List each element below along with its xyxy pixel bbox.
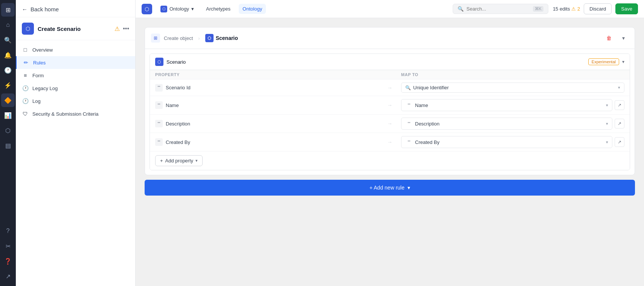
save-button[interactable]: Save <box>615 3 638 14</box>
select-chevron-icon: ▾ <box>606 103 608 108</box>
back-home-button[interactable]: ← Back home <box>16 0 135 17</box>
sidebar-header: ⬡ Create Scenario ⚠ ••• <box>16 17 135 40</box>
filter-icon[interactable]: 🔶 <box>1 93 15 107</box>
map-select-description[interactable]: "" Description ▾ <box>401 118 612 130</box>
map-select-scenario-id[interactable]: 🔍 Unique Identifier ▾ <box>401 83 624 93</box>
form-icon: ≡ <box>22 72 29 78</box>
add-property-chevron-icon: ▾ <box>195 158 198 163</box>
sidebar-item-overview[interactable]: □ Overview <box>16 43 135 56</box>
question-mark-icon[interactable]: ❓ <box>1 254 15 268</box>
ontology-chevron-icon: ▾ <box>191 6 194 12</box>
topbar: ⬡ ⬡ Ontology ▾ Archetypes Ontology 🔍 ⌘K … <box>136 0 644 18</box>
grid-icon[interactable]: ⊞ <box>1 3 15 17</box>
ontology-tab-label: Ontology <box>169 6 189 12</box>
search-icon[interactable]: 🔍 <box>1 33 15 47</box>
search-bar[interactable]: 🔍 ⌘K <box>453 4 548 14</box>
external-link-button[interactable]: ↗ <box>615 119 624 128</box>
shield-icon: 🛡 <box>22 111 29 117</box>
sidebar-item-rules[interactable]: ✏ Rules <box>16 56 135 69</box>
scissors-icon[interactable]: ✂ <box>1 239 15 253</box>
archetypes-tab-label: Archetypes <box>206 6 230 12</box>
activity-icon[interactable]: ⚡ <box>1 78 15 92</box>
chart-icon[interactable]: 📊 <box>1 109 15 122</box>
add-property-row: + Add property ▾ <box>150 151 630 170</box>
sidebar-item-log[interactable]: 🕐 Log <box>16 95 135 107</box>
scenario-card-header: ⬡ Scenario Experimental ▾ <box>150 54 630 70</box>
object-type-icon: ⬡ <box>205 34 214 42</box>
sidebar-item-overview-label: Overview <box>32 47 53 53</box>
home-icon[interactable]: ⌂ <box>1 18 15 32</box>
search-icon: 🔍 <box>458 6 464 12</box>
property-type-icon: "" <box>155 101 163 109</box>
select-chevron-icon: ▾ <box>618 85 620 90</box>
help-circle-icon[interactable]: ? <box>1 224 15 238</box>
map-select-value: Created By <box>415 139 604 145</box>
scenario-chevron-icon[interactable]: ▾ <box>622 59 624 64</box>
expand-icon[interactable]: ↗ <box>1 269 15 283</box>
sidebar-item-log-label: Log <box>32 98 41 104</box>
ontology-tab-icon: ⬡ <box>160 6 167 12</box>
cube-icon[interactable]: ⬡ <box>1 124 15 137</box>
search-input[interactable] <box>467 6 530 12</box>
rule-card: ⊞ Create object › ⬡ Scenario 🗑 ▾ ⬡ Scena… <box>145 27 635 175</box>
header-separator: › <box>198 35 200 41</box>
sidebar-item-security-label: Security & Submission Criteria <box>32 111 99 117</box>
map-select-name[interactable]: "" Name ▾ <box>401 99 612 111</box>
map-to-cell: 🔍 Unique Identifier ▾ <box>401 83 624 93</box>
arrow-icon: → <box>378 121 401 127</box>
scenario-card-name: Scenario <box>166 59 585 65</box>
delete-rule-button[interactable]: 🗑 <box>604 33 614 43</box>
sidebar-item-rules-label: Rules <box>33 60 46 66</box>
sidebar-header-actions: ⚠ ••• <box>114 25 129 32</box>
external-link-button[interactable]: ↗ <box>615 137 624 147</box>
add-rule-label: + Add new rule <box>369 185 404 191</box>
scenario-header-icon: ⬡ <box>155 58 163 66</box>
edit-count: 15 edits ⚠ 2 <box>553 6 580 12</box>
collapse-rule-button[interactable]: ▾ <box>618 33 629 43</box>
arrow-icon: → <box>378 102 401 108</box>
sidebar: ← Back home ⬡ Create Scenario ⚠ ••• □ Ov… <box>16 0 136 286</box>
unique-id-icon: 🔍 <box>405 85 411 90</box>
property-cell: "" Name <box>155 101 378 109</box>
add-property-label: Add property <box>165 158 193 164</box>
sidebar-item-security[interactable]: 🛡 Security & Submission Criteria <box>16 107 135 120</box>
sidebar-nav: □ Overview ✏ Rules ≡ Form 🕐 Legacy Log 🕐… <box>16 40 135 286</box>
external-link-button[interactable]: ↗ <box>615 100 624 110</box>
arrow-icon: → <box>378 85 401 91</box>
clock-icon[interactable]: 🕐 <box>1 63 15 77</box>
object-chip: ⬡ Scenario <box>205 34 238 42</box>
tab-archetypes[interactable]: Archetypes <box>202 4 234 14</box>
table-row: "" Created By → "" Created By ▾ ↗ <box>150 133 630 151</box>
map-select-value: Description <box>415 121 604 127</box>
sidebar-item-form[interactable]: ≡ Form <box>16 69 135 82</box>
app-logo: ⬡ <box>142 4 152 14</box>
tab-ontology[interactable]: Ontology <box>239 4 266 14</box>
property-name: Name <box>166 102 179 108</box>
overview-icon: □ <box>22 47 29 53</box>
layers-icon[interactable]: ▤ <box>1 139 15 152</box>
discard-button[interactable]: Discard <box>584 3 612 14</box>
map-select-value: Name <box>415 102 604 108</box>
arrow-left-icon: ← <box>22 6 27 12</box>
add-property-button[interactable]: + Add property ▾ <box>155 155 203 166</box>
table-row: "" Name → "" Name ▾ ↗ <box>150 96 630 114</box>
ontology2-tab-label: Ontology <box>243 6 262 12</box>
map-select-created-by[interactable]: "" Created By ▾ <box>401 136 612 148</box>
property-cell: "" Created By <box>155 138 378 146</box>
property-type-icon: "" <box>155 120 163 127</box>
bell-icon[interactable]: 🔔 <box>1 48 15 62</box>
property-column-header: PROPERTY <box>155 72 378 77</box>
sidebar-item-legacy-log[interactable]: 🕐 Legacy Log <box>16 82 135 95</box>
more-options-icon[interactable]: ••• <box>123 25 129 32</box>
property-cell: "" Description <box>155 120 378 127</box>
name-type-icon: "" <box>405 101 413 109</box>
map-select-value: Unique Identifier <box>413 85 616 90</box>
tab-ontology-dropdown[interactable]: ⬡ Ontology ▾ <box>157 3 198 15</box>
warning-icon: ⚠ <box>114 25 120 32</box>
legacy-log-icon: 🕐 <box>22 85 29 91</box>
add-new-rule-button[interactable]: + Add new rule ▾ <box>145 180 635 196</box>
property-table-header: PROPERTY MAP TO <box>150 70 630 79</box>
search-shortcut: ⌘K <box>533 6 543 12</box>
property-type-icon: "" <box>155 84 163 92</box>
map-to-cell: "" Description ▾ ↗ <box>401 118 624 130</box>
